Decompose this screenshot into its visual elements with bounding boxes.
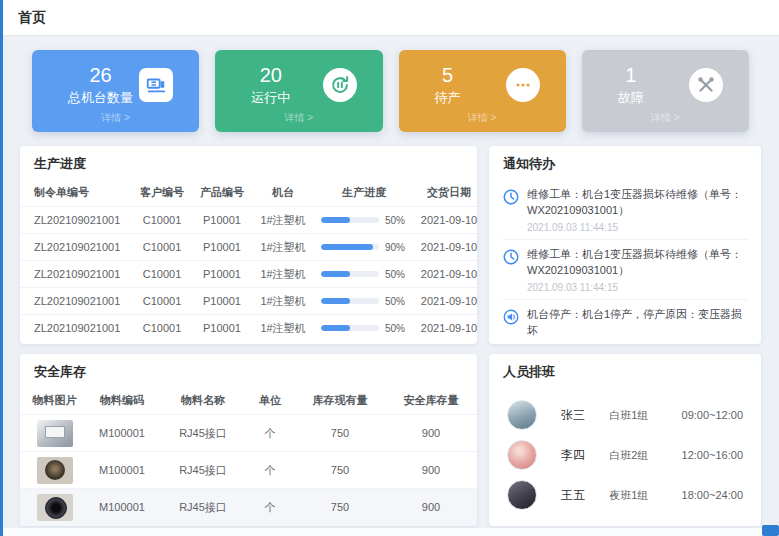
speaker-photo — [37, 494, 73, 521]
stat-detail-link[interactable]: 详情 > — [42, 111, 189, 127]
customer-cell: C10001 — [132, 234, 192, 261]
progress-track — [321, 271, 379, 277]
stat-label: 运行中 — [251, 89, 290, 107]
inventory-panel: 安全库存 物料图片 物料编码 物料名称 单位 库存现有量 安全库存量 — [20, 354, 477, 526]
notice-body: 维修工单：机台1变压器损坏待维修（单号：WX202109031001） 2021… — [527, 187, 748, 233]
inventory-table: 物料图片 物料编码 物料名称 单位 库存现有量 安全库存量 M100001 RJ… — [20, 388, 477, 526]
running-icon — [323, 68, 357, 102]
notice-list: 维修工单：机台1变压器损坏待维修（单号：WX202109031001） 2021… — [489, 180, 761, 344]
notice-item[interactable]: 维修工单：机台1变压器损坏待维修（单号：WX202109031001） 2021… — [502, 180, 748, 240]
progress-bar — [321, 244, 373, 250]
notice-text: 机台停产：机台1停产，停产原因：变压器损坏 — [527, 307, 748, 339]
worker-name: 张三 — [561, 407, 609, 424]
fault-icon — [689, 68, 723, 102]
order-cell: ZL202109021001 — [20, 234, 132, 261]
stat-detail-link[interactable]: 详情 > — [225, 111, 372, 127]
production-row: ZL202109021001 C10001 P10001 1#注塑机 50% 2… — [20, 261, 477, 288]
worker-time: 18:00~24:00 — [682, 489, 743, 501]
product-cell: P10001 — [192, 315, 252, 342]
machine-cell: 1#注塑机 — [252, 207, 314, 234]
clock-icon — [502, 248, 520, 266]
col-delivery-date: 交货日期 — [414, 180, 477, 207]
inventory-header-row: 物料图片 物料编码 物料名称 单位 库存现有量 安全库存量 — [20, 388, 477, 415]
progress-label: 50% — [385, 215, 407, 226]
photo-cell — [20, 489, 82, 526]
code-cell: M100001 — [82, 415, 162, 452]
customer-cell: C10001 — [132, 315, 192, 342]
inventory-row: M100001 RJ45接口 个 750 900 — [20, 489, 477, 526]
schedule-row: 张三 白班1组 09:00~12:00 — [507, 400, 743, 430]
product-cell: P10001 — [192, 207, 252, 234]
notice-time: 2021.09.03 11:44:15 — [527, 282, 748, 293]
scrollbar-thumb[interactable] — [762, 525, 779, 536]
progress-track — [321, 217, 379, 223]
progress-label: 50% — [385, 269, 407, 280]
notice-body: 机台停产：机台1停产，停产原因：变压器损坏 — [527, 307, 748, 339]
stat-value: 1 — [618, 64, 644, 86]
col-safety-qty: 安全库存量 — [384, 388, 477, 415]
notices-panel-title: 通知待办 — [489, 146, 761, 180]
date-cell: 2021-09-10 — [414, 234, 477, 261]
unit-cell: 个 — [244, 452, 296, 489]
col-machine: 机台 — [252, 180, 314, 207]
worker-shift: 夜班1组 — [609, 488, 681, 503]
inventory-panel-title: 安全库存 — [20, 354, 477, 388]
schedule-list: 张三 白班1组 09:00~12:00 李四 白班2组 12:00~16:00 … — [489, 388, 761, 526]
name-cell: RJ45接口 — [162, 452, 244, 489]
stat-card-fault[interactable]: 1 故障 详情 > — [582, 50, 749, 132]
progress-track — [321, 298, 379, 304]
stat-card-standby[interactable]: 5 待产 详情 > — [399, 50, 566, 132]
col-product-no: 产品编号 — [192, 180, 252, 207]
on-hand-cell: 750 — [296, 415, 384, 452]
machine-cell: 1#注塑机 — [252, 234, 314, 261]
progress-cell: 50% — [314, 315, 414, 342]
product-cell: P10001 — [192, 261, 252, 288]
stat-card-total-machines[interactable]: 26 总机台数量 详情 > — [32, 50, 199, 132]
code-cell: M100001 — [82, 452, 162, 489]
progress-cell: 90% — [314, 234, 414, 261]
production-row: ZL202109021001 C10001 P10001 1#注塑机 50% 2… — [20, 288, 477, 315]
safety-cell: 900 — [384, 415, 477, 452]
worker-shift: 白班1组 — [609, 408, 681, 423]
order-cell: ZL202109021001 — [20, 261, 132, 288]
product-cell: P10001 — [192, 234, 252, 261]
coil-photo — [37, 457, 73, 484]
machine-cell: 1#注塑机 — [252, 261, 314, 288]
horizontal-scrollbar[interactable] — [0, 528, 779, 536]
stat-value: 20 — [251, 64, 290, 86]
notice-item[interactable]: 机台停产：机台1停产，停产原因：变压器损坏 — [502, 300, 748, 344]
safety-cell: 900 — [384, 452, 477, 489]
schedule-row: 李四 白班2组 12:00~16:00 — [507, 440, 743, 470]
progress-bar — [321, 298, 350, 304]
notice-text: 维修工单：机台1变压器损坏待维修（单号：WX202109031001） — [527, 247, 748, 279]
machine-cell: 1#注塑机 — [252, 288, 314, 315]
notice-body: 维修工单：机台1变压器损坏待维修（单号：WX202109031001） 2021… — [527, 247, 748, 293]
progress-cell: 50% — [314, 207, 414, 234]
progress-label: 50% — [385, 296, 407, 307]
order-cell: ZL202109021001 — [20, 315, 132, 342]
stat-cards: 26 总机台数量 详情 > 20 运行中 — [20, 50, 761, 132]
customer-cell: C10001 — [132, 288, 192, 315]
left-edge-accent — [0, 0, 3, 536]
progress-bar — [321, 217, 350, 223]
stat-detail-link[interactable]: 详情 > — [592, 111, 739, 127]
stat-value: 5 — [435, 64, 461, 86]
stat-label: 待产 — [435, 89, 461, 107]
safety-cell: 900 — [384, 489, 477, 526]
customer-cell: C10001 — [132, 261, 192, 288]
on-hand-cell: 750 — [296, 452, 384, 489]
unit-cell: 个 — [244, 489, 296, 526]
col-material-photo: 物料图片 — [20, 388, 82, 415]
progress-label: 50% — [385, 323, 407, 334]
progress-bar — [321, 325, 350, 331]
notice-item[interactable]: 维修工单：机台1变压器损坏待维修（单号：WX202109031001） 2021… — [502, 240, 748, 300]
date-cell: 2021-09-10 — [414, 315, 477, 342]
stat-card-running[interactable]: 20 运行中 详情 > — [215, 50, 382, 132]
progress-track — [321, 325, 379, 331]
stat-detail-link[interactable]: 详情 > — [409, 111, 556, 127]
unit-cell: 个 — [244, 415, 296, 452]
topbar: 首页 — [0, 0, 779, 36]
col-unit: 单位 — [244, 388, 296, 415]
speaker-icon — [502, 308, 520, 326]
customer-cell: C10001 — [132, 207, 192, 234]
